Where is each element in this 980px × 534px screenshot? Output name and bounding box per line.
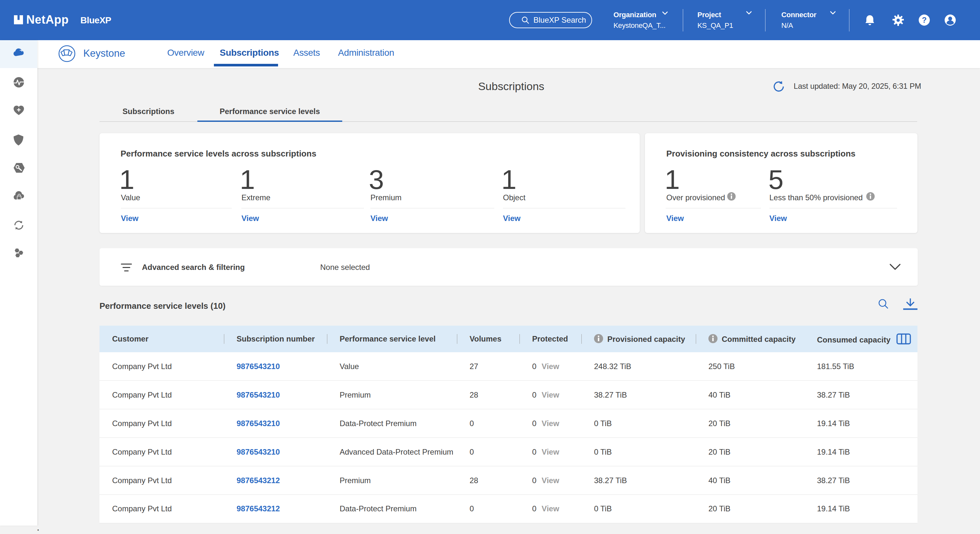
svg-text:?: ? (922, 16, 927, 24)
